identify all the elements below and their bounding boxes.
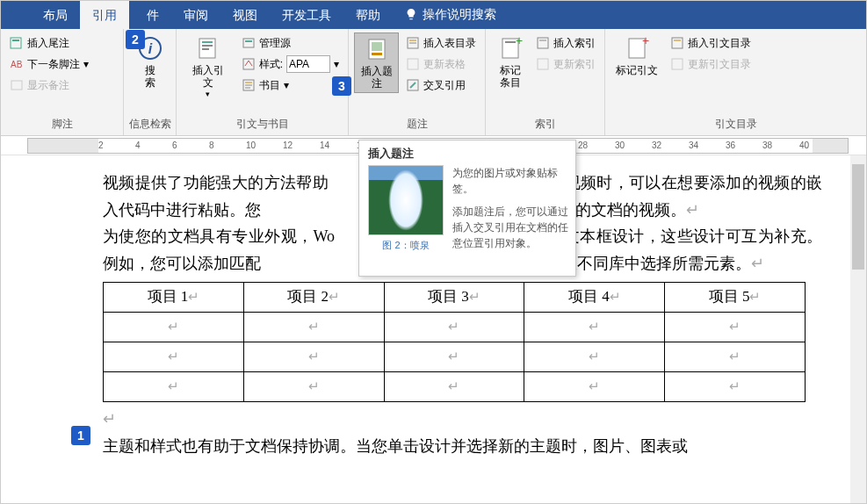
tab-review[interactable]: 审阅 xyxy=(171,1,220,29)
ribbon-tabstrip: 布局 引用 件 审阅 视图 开发工具 帮助 操作说明搜索 xyxy=(1,1,866,29)
mark-citation-icon: + xyxy=(623,34,651,62)
insert-toa-button[interactable]: 插入引文目录 xyxy=(667,32,755,54)
table-cell[interactable]: ↵ xyxy=(243,372,384,402)
citation-style-row[interactable]: 样式: ▾ xyxy=(238,54,343,75)
scrollbar-thumb[interactable] xyxy=(852,164,864,270)
tooltip-caption: 图 2：喷泉 xyxy=(368,239,444,252)
next-footnote-button[interactable]: AB 下一条脚注 ▾ xyxy=(6,54,92,75)
svg-rect-10 xyxy=(243,39,254,47)
next-footnote-label: 下一条脚注 xyxy=(27,57,80,72)
citation-style-input[interactable] xyxy=(286,55,330,73)
body-text: 为使您的文档具有专业外观，Wo xyxy=(103,227,335,245)
tof-icon xyxy=(406,36,420,50)
insert-endnote-label: 插入尾注 xyxy=(27,36,69,51)
table-header-cell[interactable]: 项目 5↵ xyxy=(665,283,806,313)
bibliography-label: 书目 xyxy=(259,78,280,93)
table-cell[interactable]: ↵ xyxy=(243,313,384,342)
toa-group-label: 引文目录 xyxy=(607,115,864,135)
update-table-label: 更新表格 xyxy=(423,57,466,72)
show-notes-icon xyxy=(10,78,24,92)
show-notes-button: 显示备注 xyxy=(6,75,92,96)
table-cell[interactable]: ↵ xyxy=(524,313,665,342)
table-cell[interactable]: ↵ xyxy=(384,313,524,342)
ruler-tick: 28 xyxy=(578,140,588,150)
table-cell[interactable]: ↵ xyxy=(665,342,806,372)
mark-entry-button[interactable]: + 标记 条目 xyxy=(491,32,529,91)
citations-group-label: 引文与书目 xyxy=(178,115,346,135)
insert-index-label: 插入索引 xyxy=(553,36,596,51)
table-header-cell[interactable]: 项目 1↵ xyxy=(104,283,244,313)
dropdown-icon[interactable]: ▾ xyxy=(334,58,339,70)
paragraph-mark-icon: ↵ xyxy=(686,201,699,219)
tooltip-text-2: 添加题注后，您可以通过插入交叉引用在文档的任意位置引用对象。 xyxy=(452,204,568,251)
ruler-tick: 6 xyxy=(172,140,177,150)
update-toa-label: 更新引文目录 xyxy=(688,57,751,72)
ruler-tick: 34 xyxy=(689,140,698,150)
paragraph-mark-icon: ↵ xyxy=(103,410,116,428)
svg-rect-8 xyxy=(202,45,213,47)
table-cell[interactable]: ↵ xyxy=(384,342,524,372)
tab-references[interactable]: 引用 xyxy=(80,1,129,29)
table-cell[interactable]: ↵ xyxy=(524,372,665,402)
mark-entry-label: 标记 条目 xyxy=(500,64,521,90)
cross-reference-button[interactable]: 交叉引用 xyxy=(402,75,480,96)
tell-me-search[interactable]: 操作说明搜索 xyxy=(423,7,496,23)
caption-icon xyxy=(363,35,391,63)
vertical-scrollbar[interactable] xyxy=(850,155,866,503)
table-cell[interactable]: ↵ xyxy=(665,313,806,342)
insert-endnote-button[interactable]: 插入尾注 xyxy=(6,32,92,54)
table-cell[interactable]: ↵ xyxy=(665,372,806,402)
svg-rect-0 xyxy=(11,38,21,48)
tab-help[interactable]: 帮助 xyxy=(343,1,393,29)
ruler-tick: 2 xyxy=(98,140,104,150)
callout-badge-3: 3 xyxy=(332,76,351,96)
callout-badge-1: 1 xyxy=(71,426,90,445)
table-header-cell[interactable]: 项目 4↵ xyxy=(524,283,665,313)
table-header-cell[interactable]: 项目 3↵ xyxy=(384,283,524,313)
tab-file-fragment[interactable]: 件 xyxy=(129,1,171,29)
svg-rect-23 xyxy=(408,59,418,69)
smart-lookup-label: 搜 索 xyxy=(145,64,155,90)
insert-caption-label: 插入题注 xyxy=(360,65,393,90)
table-cell[interactable]: ↵ xyxy=(104,372,244,402)
insert-caption-button[interactable]: 插入题注 xyxy=(354,32,399,93)
svg-text:AB: AB xyxy=(11,60,23,69)
update-toa-button: 更新引文目录 xyxy=(667,54,755,75)
index-icon xyxy=(536,36,550,50)
callout-badge-2: 2 xyxy=(126,30,145,49)
tab-layout[interactable]: 布局 xyxy=(31,1,80,29)
dropdown-icon: ▾ xyxy=(83,58,89,70)
dropdown-icon: ▾ xyxy=(206,90,210,99)
ruler-tick: 14 xyxy=(320,140,329,150)
manage-sources-label: 管理源 xyxy=(259,36,291,51)
body-text: 主题和样式也有助于文档保持协调。当您单击设计并选择新的主题时，图片、图表或 xyxy=(103,437,688,455)
table-cell[interactable]: ↵ xyxy=(243,342,384,372)
svg-rect-35 xyxy=(672,59,683,69)
captions-group-label: 题注 xyxy=(350,115,483,135)
table-header-cell[interactable]: 项目 2↵ xyxy=(243,283,384,313)
insert-citation-button[interactable]: 插入引文 ▾ xyxy=(182,32,235,101)
document-table[interactable]: 项目 1↵项目 2↵项目 3↵项目 4↵项目 5↵ ↵↵↵↵↵ ↵↵↵↵↵ ↵↵… xyxy=(103,282,806,402)
mark-citation-button[interactable]: + 标记引文 xyxy=(611,32,663,78)
svg-rect-7 xyxy=(202,41,213,43)
manage-sources-button[interactable]: 管理源 xyxy=(238,32,343,54)
update-table-button: 更新表格 xyxy=(402,54,480,75)
tab-view[interactable]: 视图 xyxy=(220,1,270,29)
index-group-label: 索引 xyxy=(488,115,603,135)
tab-developer[interactable]: 开发工具 xyxy=(270,1,343,29)
table-cell[interactable]: ↵ xyxy=(524,342,665,372)
table-cell[interactable]: ↵ xyxy=(384,372,524,402)
lightbulb-icon xyxy=(405,8,417,23)
table-cell[interactable]: ↵ xyxy=(104,342,244,372)
bibliography-button[interactable]: 书目 ▾ xyxy=(238,75,343,96)
update-toa-icon xyxy=(670,57,684,71)
insert-index-button[interactable]: 插入索引 xyxy=(532,32,599,54)
update-index-label: 更新索引 xyxy=(553,57,596,72)
mark-citation-label: 标记引文 xyxy=(616,64,658,76)
ruler-tick: 30 xyxy=(615,140,625,150)
next-footnote-icon: AB xyxy=(10,57,24,71)
footnotes-group-label: 脚注 xyxy=(3,115,121,135)
mark-entry-icon: + xyxy=(496,34,524,62)
table-cell[interactable]: ↵ xyxy=(104,313,244,342)
insert-table-of-figures-button[interactable]: 插入表目录 xyxy=(402,32,480,54)
